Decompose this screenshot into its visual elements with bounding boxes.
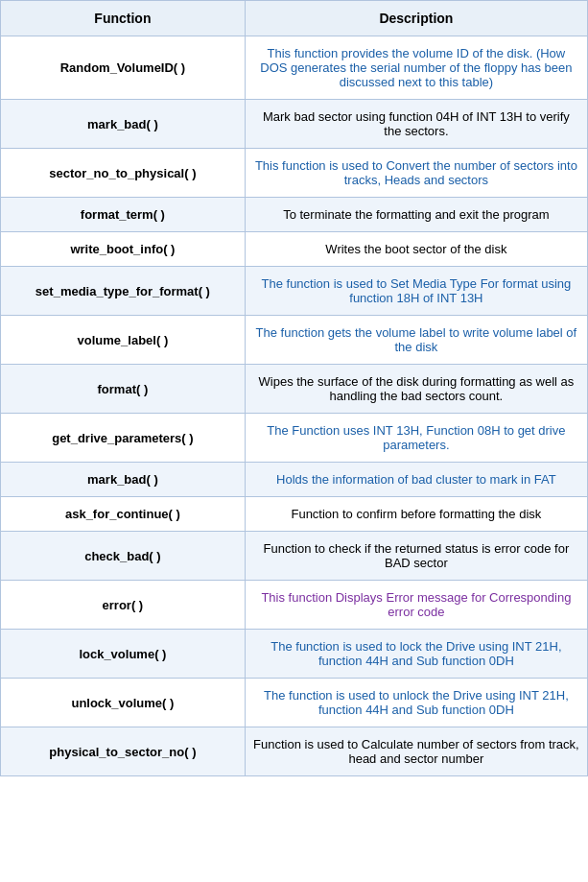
function-cell: mark_bad( ) [1,100,246,149]
header-function: Function [1,1,246,36]
description-cell: Writes the boot sector of the disk [245,232,587,267]
table-row: set_media_type_for_format( )The function… [1,267,588,316]
table-row: format( )Wipes the surface of the disk d… [1,365,588,414]
functions-table: Function Description Random_VolumeID( )T… [0,0,588,776]
function-cell: unlock_volume( ) [1,679,246,727]
description-cell: The function is used to lock the Drive u… [245,630,587,679]
table-row: Random_VolumeID( )This function provides… [1,36,588,100]
table-row: lock_volume( )The function is used to lo… [1,630,588,679]
table-row: volume_label( )The function gets the vol… [1,316,588,365]
description-cell: Function to confirm before formatting th… [245,497,587,532]
function-cell: volume_label( ) [1,316,246,365]
function-cell: Random_VolumeID( ) [1,36,246,100]
table-row: get_drive_parameters( )The Function uses… [1,414,588,463]
table-row: error( )This function Displays Error mes… [1,581,588,630]
description-cell: This function is used to Convert the num… [245,149,587,198]
header-description: Description [245,1,587,36]
description-cell: Wipes the surface of the disk during for… [245,365,587,414]
description-cell: Holds the information of bad cluster to … [245,463,587,497]
description-cell: This function provides the volume ID of … [245,36,587,100]
function-cell: mark_bad( ) [1,463,246,497]
table-row: format_term( )To terminate the formattin… [1,198,588,232]
function-cell: lock_volume( ) [1,630,246,679]
description-cell: The function is used to unlock the Drive… [245,679,587,727]
description-cell: Function is used to Calculate number of … [245,727,587,776]
description-cell: The Function uses INT 13H, Function 08H … [245,414,587,463]
description-cell: The function is used to Set Media Type F… [245,267,587,316]
function-cell: get_drive_parameters( ) [1,414,246,463]
table-row: ask_for_continue( )Function to confirm b… [1,497,588,532]
function-cell: sector_no_to_physical( ) [1,149,246,198]
table-row: unlock_volume( )The function is used to … [1,679,588,727]
description-cell: Mark bad sector using function 04H of IN… [245,100,587,149]
table-row: check_bad( )Function to check if the ret… [1,532,588,581]
function-cell: set_media_type_for_format( ) [1,267,246,316]
table-row: sector_no_to_physical( )This function is… [1,149,588,198]
function-cell: check_bad( ) [1,532,246,581]
description-cell: The function gets the volume label to wr… [245,316,587,365]
description-cell: This function Displays Error message for… [245,581,587,630]
function-cell: physical_to_sector_no( ) [1,727,246,776]
function-cell: write_boot_info( ) [1,232,246,267]
description-cell: To terminate the formatting and exit the… [245,198,587,232]
table-row: mark_bad( )Holds the information of bad … [1,463,588,497]
function-cell: error( ) [1,581,246,630]
table-row: mark_bad( )Mark bad sector using functio… [1,100,588,149]
function-cell: format( ) [1,365,246,414]
table-row: physical_to_sector_no( )Function is used… [1,727,588,776]
function-cell: ask_for_continue( ) [1,497,246,532]
description-cell: Function to check if the returned status… [245,532,587,581]
function-cell: format_term( ) [1,198,246,232]
table-row: write_boot_info( )Writes the boot sector… [1,232,588,267]
